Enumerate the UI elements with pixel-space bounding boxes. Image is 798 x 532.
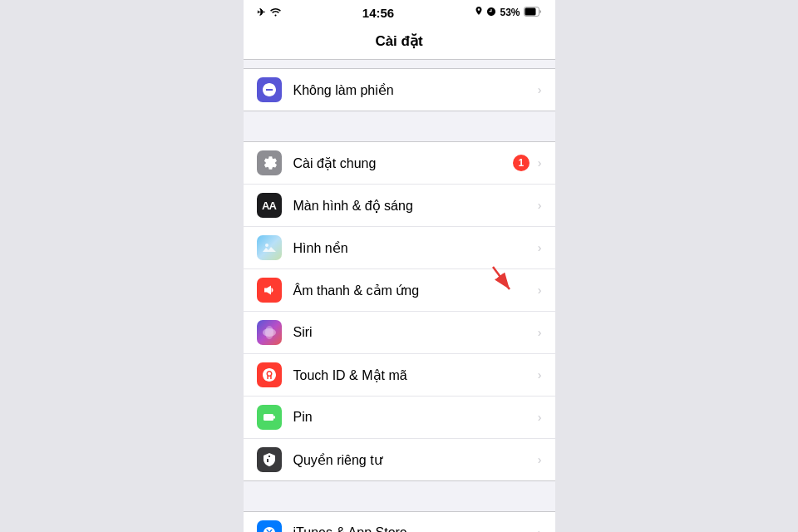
svg-line-4 (493, 267, 510, 289)
section-gap-2 (244, 481, 555, 511)
list-item[interactable]: iTunes & App Store › (244, 512, 555, 532)
chevron-icon: › (538, 83, 542, 96)
chevron-icon: › (538, 368, 542, 382)
touchid-row[interactable]: Touch ID & Mật mã › (244, 354, 555, 397)
privacy-row[interactable]: Quyền riêng tư › (244, 439, 555, 480)
chevron-icon: › (538, 526, 542, 532)
wallpaper-icon (257, 235, 282, 260)
time-display: 14:56 (362, 6, 394, 20)
section-general: Cài đặt chung 1 › AA Màn hình & độ sáng … (244, 141, 555, 481)
battery-icon (524, 7, 542, 18)
page-title: Cài đặt (375, 32, 422, 50)
status-left: ✈ (257, 7, 282, 19)
chevron-icon: › (538, 411, 542, 424)
display-icon: AA (257, 193, 282, 218)
general-badge: 1 (513, 155, 530, 171)
list-item[interactable]: AA Màn hình & độ sáng › (244, 185, 555, 227)
svg-rect-1 (525, 8, 535, 16)
settings-content[interactable]: Không làm phiền › Cài đặt chung 1 › AA (244, 60, 555, 532)
battery-row[interactable]: Pin › (244, 397, 555, 439)
do-not-disturb-label: Không làm phiền (293, 82, 534, 98)
svg-rect-7 (264, 414, 273, 421)
status-right: 53% (475, 7, 541, 18)
list-item[interactable]: Không làm phiền › (244, 69, 555, 111)
section-gap-1 (244, 111, 555, 141)
nav-bar: Cài đặt (244, 23, 555, 60)
touchid-icon (257, 362, 282, 387)
touchid-label: Touch ID & Mật mã (293, 367, 534, 383)
status-bar: ✈ 14:56 53% (244, 0, 555, 23)
general-icon (257, 150, 282, 175)
chevron-icon: › (538, 453, 542, 466)
privacy-label: Quyền riêng tư (293, 452, 534, 468)
chevron-icon: › (538, 283, 542, 297)
siri-row[interactable]: Siri › (244, 312, 555, 354)
battery-label: Pin (293, 410, 534, 425)
battery-percent: 53% (500, 7, 520, 18)
chevron-icon: › (538, 241, 542, 254)
alarm-icon (486, 7, 496, 18)
do-not-disturb-icon (257, 77, 282, 102)
chevron-icon: › (538, 326, 542, 339)
section-donotdisturb: Không làm phiền › (244, 68, 555, 111)
wifi-icon (269, 7, 282, 19)
general-label: Cài đặt chung (293, 155, 513, 171)
list-item[interactable]: Cài đặt chung 1 › (244, 142, 555, 185)
display-label: Màn hình & độ sáng (293, 198, 534, 214)
svg-point-2 (265, 244, 268, 247)
battery-settings-icon (257, 405, 282, 430)
appstore-icon (257, 520, 282, 532)
svg-rect-8 (273, 416, 275, 419)
appstore-label: iTunes & App Store (293, 525, 534, 532)
privacy-icon (257, 447, 282, 472)
location-icon (475, 7, 483, 18)
chevron-icon: › (538, 156, 542, 170)
airplane-icon: ✈ (257, 7, 265, 18)
phone-frame: ✈ 14:56 53% (244, 0, 555, 532)
sounds-icon (257, 278, 282, 303)
annotation-arrow (485, 263, 518, 296)
siri-label: Siri (293, 325, 534, 340)
wallpaper-label: Hình nền (293, 240, 534, 256)
siri-icon (257, 320, 282, 345)
sounds-row[interactable]: Âm thanh & cảm ứng › (244, 269, 555, 312)
section-store: iTunes & App Store › (244, 511, 555, 532)
svg-point-6 (265, 326, 273, 339)
chevron-icon: › (538, 199, 542, 212)
